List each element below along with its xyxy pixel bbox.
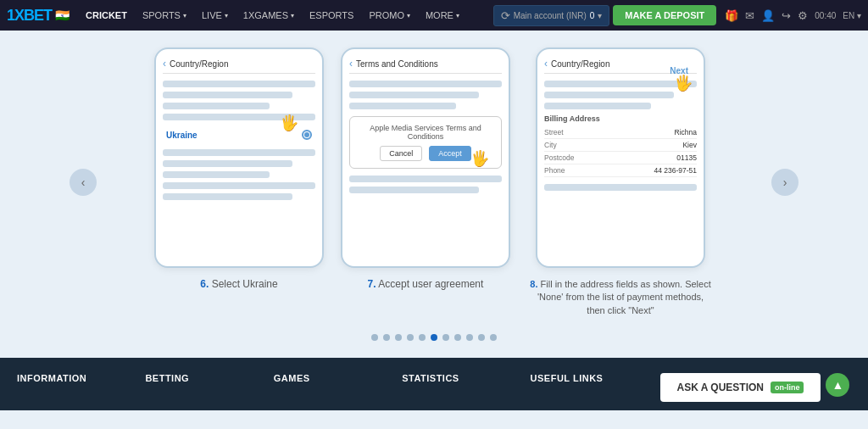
logout-icon[interactable]: ↪ [782, 9, 791, 22]
ask-question-col: ASK A QUESTION on-line ▲ [659, 373, 851, 402]
mail-icon[interactable]: ✉ [745, 9, 754, 22]
dot-6[interactable] [431, 334, 437, 341]
billing-row-city: City Kiev [544, 139, 697, 152]
phone-title-step7: Terms and Conditions [356, 59, 438, 69]
nav-esports[interactable]: ESPORTS [303, 0, 359, 31]
phone-line [163, 81, 315, 87]
nav-cricket[interactable]: CRICKET [80, 0, 133, 31]
dot-9[interactable] [466, 334, 473, 341]
phone-mockup-step7: ‹ Terms and Conditions Apple Media Servi… [341, 47, 510, 268]
billing-row-street: Street Richna [544, 126, 697, 139]
nav-promo[interactable]: PROMO ▾ [363, 0, 416, 31]
footer-col-title-statistics: STATISTICS [402, 373, 530, 383]
carousel-item-step8: ‹ Country/Region Next Billing Address [527, 47, 714, 317]
dot-1[interactable] [371, 334, 378, 341]
nav-live[interactable]: LIVE ▾ [196, 0, 234, 31]
navbar: 1XBET 🇮🇳 CRICKET SPORTS ▾ LIVE ▾ 1XGAMES… [0, 0, 868, 31]
ask-question-button[interactable]: ASK A QUESTION on-line [660, 373, 821, 402]
phone-line [349, 81, 502, 87]
carousel-prev-button[interactable]: ‹ [70, 169, 97, 196]
nav-1xgames[interactable]: 1XGAMES ▾ [237, 0, 300, 31]
footer-col-title-useful-links: USEFUL LINKS [531, 373, 659, 383]
footer-col-title-betting: BETTING [145, 373, 273, 383]
dot-11[interactable] [490, 334, 497, 341]
footer-col-title-games: GAMES [274, 373, 402, 383]
step-label-6: 6. Select Ukraine [200, 278, 277, 290]
phone-line [544, 184, 697, 191]
back-icon: ‹ [163, 58, 166, 70]
gift-icon[interactable]: 🎁 [725, 9, 738, 22]
user-icon[interactable]: 👤 [761, 9, 775, 22]
dot-3[interactable] [395, 334, 402, 341]
phone-line [349, 187, 479, 193]
dot-4[interactable] [407, 334, 414, 341]
phone-mockup-step6: ‹ Country/Region Ukraine [154, 47, 324, 268]
carousel-dots [371, 334, 497, 341]
terms-dialog: Apple Media Services Terms and Condition… [349, 116, 502, 169]
carousel-next-button[interactable]: › [771, 169, 798, 196]
navbar-icons: 🎁 ✉ 👤 ↪ ⚙ 00:40 EN ▾ [725, 9, 861, 22]
phone-lines-top [544, 81, 697, 109]
carousel-items: ‹ Country/Region Ukraine [105, 47, 763, 317]
chevron-down-icon: ▾ [598, 11, 602, 20]
phone-lines-bottom [163, 149, 315, 200]
carousel-item-step7: ‹ Terms and Conditions Apple Media Servi… [341, 47, 510, 317]
phone-line [163, 92, 292, 98]
settings-icon[interactable]: ⚙ [798, 9, 808, 22]
logo-text: 1XBET [7, 7, 52, 25]
time-display: 00:40 [815, 11, 836, 20]
scroll-up-button[interactable]: ▲ [826, 373, 849, 397]
chevron-down-icon: ▾ [225, 12, 228, 20]
main-content: ‹ ‹ Country/Region [0, 31, 868, 358]
dot-2[interactable] [383, 334, 390, 341]
dot-7[interactable] [442, 334, 449, 341]
phone-line [163, 103, 270, 109]
next-button[interactable]: Next [670, 66, 688, 75]
nav-more[interactable]: MORE ▾ [420, 0, 465, 31]
phone-lines-top [349, 81, 502, 109]
phone-line [349, 103, 456, 109]
accept-button[interactable]: Accept [429, 146, 471, 161]
ask-question-label: ASK A QUESTION [677, 382, 764, 393]
phone-header-step7: ‹ Terms and Conditions [349, 58, 502, 74]
phone-line [349, 92, 479, 98]
dot-8[interactable] [454, 334, 461, 341]
phone-line [163, 182, 315, 189]
billing-section: Billing Address Street Richna City Kiev … [544, 114, 697, 177]
phone-line [163, 114, 315, 120]
back-icon: ‹ [349, 58, 353, 70]
phone-header-step8: ‹ Country/Region Next [544, 58, 697, 74]
carousel-item-step6: ‹ Country/Region Ukraine [154, 47, 324, 317]
flag-icon: 🇮🇳 [55, 8, 70, 22]
terms-buttons: Cancel Accept [357, 146, 494, 161]
phone-title-step6: Country/Region [170, 59, 228, 69]
footer-col-games: GAMES [274, 373, 402, 402]
logo[interactable]: 1XBET 🇮🇳 [7, 7, 70, 25]
main-account-button[interactable]: ⟳ Main account (INR) 0 ▾ [493, 5, 610, 26]
phone-body-step8: Billing Address Street Richna City Kiev … [544, 81, 697, 191]
carousel-wrapper: ‹ ‹ Country/Region [53, 47, 815, 317]
billing-title: Billing Address [544, 114, 697, 123]
phone-body-step6: Ukraine 🖐️ [163, 81, 315, 200]
phone-radio-selected [302, 130, 312, 140]
footer-col-information: INFORMATION [17, 373, 145, 402]
deposit-button[interactable]: MAKE A DEPOSIT [613, 5, 716, 25]
nav-sports[interactable]: SPORTS ▾ [136, 0, 192, 31]
dot-5[interactable] [419, 334, 426, 341]
billing-row-postcode: Postcode 01135 [544, 152, 697, 164]
language-selector[interactable]: EN ▾ [843, 11, 861, 20]
refresh-icon: ⟳ [501, 9, 510, 22]
phone-line [544, 103, 651, 109]
phone-line [544, 92, 674, 98]
phone-body-step7: Apple Media Services Terms and Condition… [349, 81, 502, 193]
chevron-down-icon: ▾ [407, 12, 410, 20]
online-badge: on-line [771, 382, 804, 393]
step-label-7: 7. Accept user agreement [368, 278, 484, 290]
chevron-down-icon: ▾ [857, 11, 861, 20]
phone-list-ukraine[interactable]: Ukraine [163, 125, 315, 144]
footer-col-betting: BETTING [145, 373, 273, 402]
dot-10[interactable] [478, 334, 485, 341]
phone-header-step6: ‹ Country/Region [163, 58, 315, 74]
cancel-button[interactable]: Cancel [380, 146, 422, 161]
phone-line [163, 160, 292, 167]
